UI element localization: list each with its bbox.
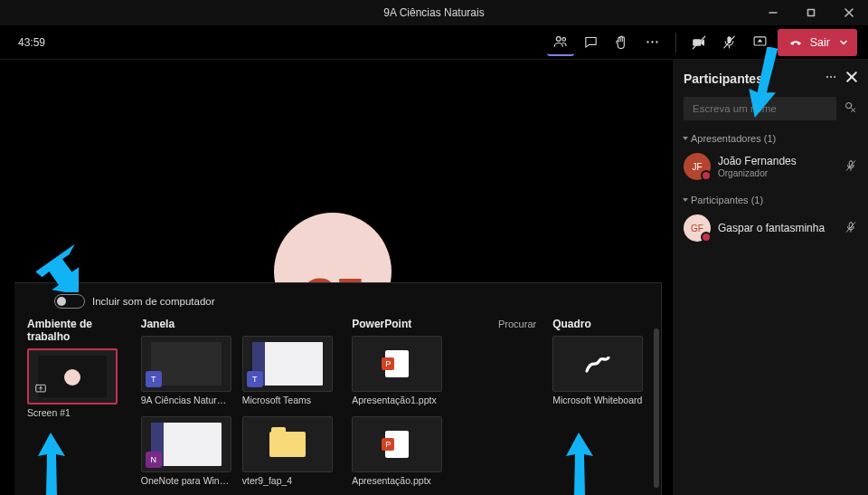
include-audio-toggle[interactable] (54, 294, 85, 309)
share-tray-button[interactable] (747, 29, 774, 56)
attendees-header[interactable]: Participantes (1) (684, 195, 857, 205)
teams-icon: T (247, 371, 263, 387)
participants-title: Participantes (684, 71, 763, 86)
camera-off-button[interactable] (685, 29, 712, 56)
teams-icon: T (146, 371, 162, 387)
call-timer: 43:59 (18, 36, 45, 49)
leave-call-button[interactable]: Sair (778, 29, 857, 56)
panel-close-icon[interactable] (846, 71, 857, 85)
presenter-row[interactable]: JF João Fernandes Organizador (684, 149, 857, 184)
toolbar-divider (675, 33, 676, 52)
attendee-name: Gaspar o fantasminha (718, 222, 825, 234)
share-item-pptx[interactable]: Apresentação.pptx (352, 416, 442, 486)
share-col-whiteboard: Quadro (552, 318, 648, 330)
people-button[interactable] (547, 29, 574, 56)
share-invite-icon[interactable] (844, 100, 857, 117)
share-item-pptx[interactable]: Apresentação1.pptx (352, 336, 442, 405)
onenote-icon: N (146, 452, 162, 468)
share-col-desktop: Ambiente de trabalho (27, 318, 125, 343)
include-audio-label: Incluir som de computador (92, 296, 215, 307)
whiteboard-icon (583, 349, 612, 378)
presenter-name: João Fernandes (718, 155, 797, 167)
presenters-header[interactable]: Apresentadores (1) (684, 133, 857, 144)
mic-off-icon (844, 221, 857, 236)
attendee-row[interactable]: GF Gaspar o fantasminha (684, 211, 857, 245)
minimize-button[interactable] (754, 0, 792, 25)
window-title: 9A Ciências Naturais (383, 6, 484, 19)
svg-point-15 (830, 76, 832, 78)
share-item-window[interactable]: T 9A Ciências Naturais | Mi... (141, 336, 231, 405)
avatar: JF (684, 153, 711, 180)
avatar: GF (684, 214, 711, 242)
participant-search-input[interactable] (684, 97, 836, 120)
svg-point-5 (562, 37, 566, 41)
share-item-window[interactable]: T Microsoft Teams (242, 336, 333, 405)
chat-button[interactable] (578, 29, 605, 56)
share-tray-scrollbar[interactable] (654, 328, 659, 488)
participants-panel: Participantes Apresentadores (1) JF João… (673, 60, 868, 495)
share-item-screen1[interactable]: Screen #1 (27, 348, 118, 418)
svg-point-19 (846, 103, 852, 109)
svg-point-7 (652, 41, 654, 43)
powerpoint-browse-link[interactable]: Procurar (498, 319, 536, 329)
presenter-role: Organizador (718, 168, 797, 178)
svg-point-4 (556, 36, 561, 41)
panel-more-icon[interactable] (825, 71, 837, 86)
share-col-window: Janela (141, 318, 335, 330)
meeting-toolbar: 43:59 Sair (0, 25, 868, 60)
share-item-window[interactable]: N OneNote para Windows ... (141, 416, 231, 486)
svg-point-14 (826, 76, 828, 78)
share-col-powerpoint: PowerPoint Procurar (352, 318, 536, 330)
powerpoint-icon (385, 431, 409, 458)
svg-point-16 (834, 76, 835, 78)
share-item-window[interactable]: vter9_fap_4 (242, 416, 333, 486)
maximize-button[interactable] (792, 0, 830, 25)
close-button[interactable] (830, 0, 868, 25)
share-tray: Incluir som de computador Ambiente de tr… (14, 282, 662, 495)
svg-point-8 (656, 41, 658, 43)
titlebar: 9A Ciências Naturais (0, 0, 868, 25)
share-screen-icon (34, 383, 47, 397)
svg-rect-1 (808, 10, 815, 16)
leave-call-label: Sair (810, 36, 830, 49)
mic-off-icon (844, 159, 857, 175)
powerpoint-icon (385, 350, 409, 377)
folder-icon (269, 432, 306, 457)
mic-off-button[interactable] (716, 29, 743, 56)
more-actions-button[interactable] (639, 29, 666, 56)
svg-point-6 (647, 41, 649, 43)
raise-hand-button[interactable] (609, 29, 636, 56)
share-item-whiteboard[interactable]: Microsoft Whiteboard (552, 336, 643, 405)
